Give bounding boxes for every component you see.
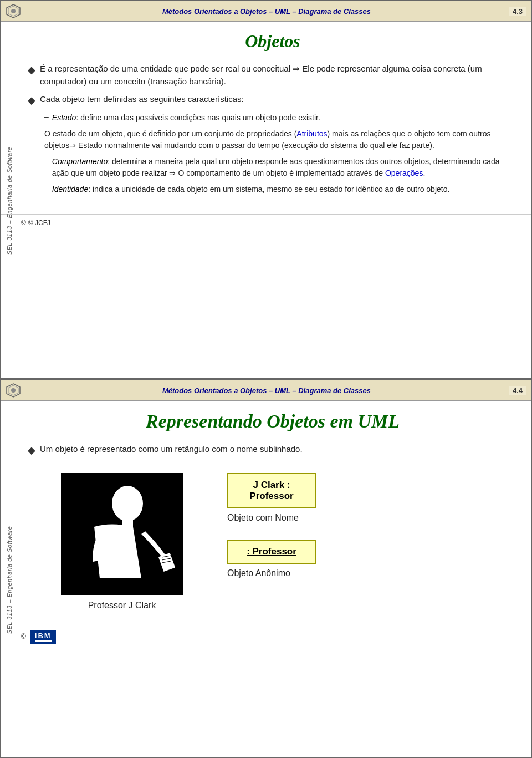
estado-line: – Estado: define uma das possíveis condi… bbox=[44, 112, 518, 124]
slide2-content: Representando Objetos em UML ◆ Um objeto… bbox=[19, 401, 531, 619]
slide2-side-label: SEL 3113 – Engenharia de Software bbox=[1, 403, 18, 757]
copyright-symbol: © bbox=[21, 219, 26, 227]
anon-object-box: : Professor bbox=[227, 540, 316, 564]
sub-bullet-comportamento: – Comportamento: determina a maneira pel… bbox=[44, 156, 518, 179]
bullet-text-2: Cada objeto tem definidas as seguintes c… bbox=[40, 93, 244, 106]
bullet-symbol-1: ◆ bbox=[28, 64, 35, 76]
named-object-box: J Clark : Professor bbox=[227, 473, 316, 508]
anon-object-group: : Professor Objeto Anônimo bbox=[227, 540, 316, 578]
atributos-link: Atributos bbox=[296, 129, 327, 138]
named-object-group: J Clark : Professor Objeto com Nome bbox=[227, 473, 316, 523]
slide1-side-label: SEL 3113 – Engenharia de Software bbox=[1, 23, 18, 378]
named-object-line1: J Clark : bbox=[239, 480, 304, 491]
person-silhouette bbox=[61, 473, 183, 595]
comportamento-text: Comportamento: determina a maneira pela … bbox=[52, 156, 518, 179]
slide2-title: Representando Objetos em UML bbox=[28, 410, 518, 433]
slide-1: Métodos Orientados a Objetos – UML – Dia… bbox=[0, 0, 532, 379]
bullet-text-1: É a representação de uma entidade que po… bbox=[40, 63, 518, 88]
slide2-bullet-1: ◆ Um objeto é representado como um retân… bbox=[28, 443, 518, 456]
ibm-text: IBM bbox=[30, 630, 56, 644]
slide2-bullet-symbol: ◆ bbox=[28, 444, 35, 456]
slide1-logo bbox=[6, 3, 24, 19]
diagram-right: J Clark : Professor Objeto com Nome : Pr… bbox=[227, 473, 316, 578]
svg-point-5 bbox=[11, 388, 16, 393]
bullet-symbol-2: ◆ bbox=[28, 94, 35, 106]
slide1-title: Objetos bbox=[28, 31, 518, 52]
slide1-header-title: Métodos Orientados a Objetos – UML – Dia… bbox=[162, 6, 371, 16]
named-object-label: Objeto com Nome bbox=[227, 513, 299, 523]
dash-comportamento: – bbox=[44, 156, 49, 165]
dash-identidade: – bbox=[44, 184, 49, 192]
atributos-para: O estado de um objeto, que é definido po… bbox=[44, 128, 518, 151]
anon-object-line1: : Professor bbox=[239, 546, 304, 557]
ibm-logo: IBM bbox=[30, 630, 56, 644]
bullet-2: ◆ Cada objeto tem definidas as seguintes… bbox=[28, 93, 518, 106]
header-logo-icon bbox=[6, 3, 21, 19]
slide2-number: 4.4 bbox=[509, 386, 526, 395]
sub-bullet-estado: – Estado: define uma das possíveis condi… bbox=[44, 112, 518, 124]
diagram-left: Professor J Clark bbox=[61, 473, 183, 611]
identidade-line: – Identidade: indica a unicidade de cada… bbox=[44, 184, 518, 195]
slide-2: Métodos Orientados a Objetos – UML – Dia… bbox=[0, 379, 532, 758]
professor-caption: Professor J Clark bbox=[88, 601, 156, 611]
comportamento-term: Comportamento bbox=[52, 157, 108, 166]
named-object-line2: Professor bbox=[239, 491, 304, 502]
slide1-content: Objetos ◆ É a representação de uma entid… bbox=[19, 22, 531, 208]
diagram-area: Professor J Clark J Clark : Professor Ob… bbox=[28, 473, 518, 611]
slide2-logo-icon bbox=[6, 383, 21, 398]
sub-bullet-identidade: – Identidade: indica a unicidade de cada… bbox=[44, 184, 518, 195]
operacoes-link: Operações bbox=[385, 169, 423, 177]
svg-point-7 bbox=[112, 486, 143, 521]
professor-image bbox=[61, 473, 183, 595]
slide2-copyright-sym: © bbox=[21, 633, 26, 640]
estado-text: Estado: define uma das possíveis condiçõ… bbox=[52, 112, 320, 124]
slide1-header: Métodos Orientados a Objetos – UML – Dia… bbox=[1, 1, 531, 22]
identidade-text: Identidade: indica a unicidade de cada o… bbox=[52, 184, 450, 195]
dash-estado: – bbox=[44, 112, 49, 121]
slide1-footer: © © JCFJ bbox=[1, 214, 531, 231]
slide2-bullet-text: Um objeto é representado como um retângu… bbox=[40, 443, 303, 456]
anon-object-label: Objeto Anônimo bbox=[227, 568, 290, 578]
slide2-header: Métodos Orientados a Objetos – UML – Dia… bbox=[1, 380, 531, 401]
estado-term: Estado bbox=[52, 113, 76, 122]
slide2-footer: © IBM bbox=[1, 625, 531, 648]
bullet-1: ◆ É a representação de uma entidade que … bbox=[28, 63, 518, 88]
slide2-header-title: Métodos Orientados a Objetos – UML – Dia… bbox=[162, 385, 371, 395]
svg-point-2 bbox=[11, 9, 16, 13]
slide1-copyright: © JCFJ bbox=[28, 219, 50, 227]
comportamento-line: – Comportamento: determina a maneira pel… bbox=[44, 156, 518, 179]
slide2-logo bbox=[6, 383, 24, 398]
slide1-number: 4.3 bbox=[509, 7, 526, 16]
identidade-term: Identidade bbox=[52, 185, 88, 194]
